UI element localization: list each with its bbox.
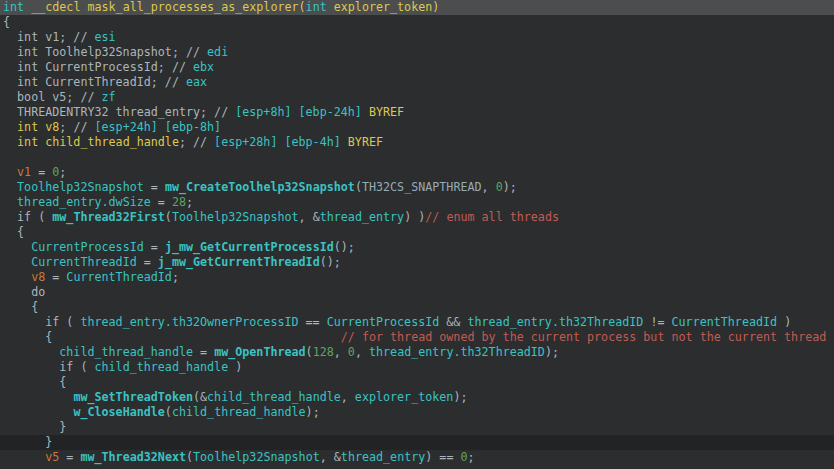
code-token: mw_Thread32First (52, 210, 165, 224)
code-line[interactable]: int Toolhelp32Snapshot; // edi (0, 45, 834, 60)
code-token: j_mw_GetCurrentThreadId (158, 255, 320, 269)
code-line[interactable]: v8 = CurrentThreadId; (0, 270, 834, 285)
code-token: j_mw_GetCurrentProcessId (165, 240, 334, 254)
code-token: int (3, 0, 31, 14)
code-token: Toolhelp32Snapshot (193, 450, 320, 464)
code-token: = (144, 240, 165, 254)
code-line[interactable]: int __cdecl mask_all_processes_as_explor… (0, 0, 834, 15)
code-token: ( (165, 405, 172, 419)
code-token: = (144, 180, 165, 194)
code-token: int CurrentThreadId; // (3, 75, 186, 89)
code-token: v5 (45, 450, 59, 464)
code-line[interactable]: int v8; // [esp+24h] [ebp-8h] (0, 120, 834, 135)
code-token: { (3, 15, 10, 29)
code-token: v8 (31, 270, 45, 284)
code-line[interactable]: if ( thread_entry.th32OwnerProcessID == … (0, 315, 834, 330)
code-token: int (306, 0, 334, 14)
code-line[interactable]: Toolhelp32Snapshot = mw_CreateToolhelp32… (0, 180, 834, 195)
code-token: int child_thread_handle (17, 135, 179, 149)
code-token: { (3, 300, 38, 314)
code-line[interactable]: bool v5; // zf (0, 90, 834, 105)
code-line[interactable]: mw_SetThreadToken(&child_thread_handle, … (0, 390, 834, 405)
code-line[interactable]: v5 = mw_Thread32Next(Toolhelp32Snapshot,… (0, 450, 834, 465)
code-token: child_thread_handle (94, 360, 228, 374)
code-token (3, 165, 17, 179)
code-token: && (439, 315, 467, 329)
code-token: ( (186, 450, 193, 464)
code-line[interactable]: v1 = 0; (0, 165, 834, 180)
code-line[interactable]: THREADENTRY32 thread_entry; // [esp+8h] … (0, 105, 834, 120)
code-token: ; // (179, 135, 214, 149)
code-line[interactable]: child_thread_handle = mw_OpenThread(128,… (0, 345, 834, 360)
code-token: ; (59, 165, 66, 179)
code-token: ); (453, 390, 467, 404)
code-line[interactable]: w_CloseHandle(child_thread_handle); (0, 405, 834, 420)
code-line[interactable]: if ( mw_Thread32First(Toolhelp32Snapshot… (0, 210, 834, 225)
code-line[interactable]: if ( child_thread_handle ) (0, 360, 834, 375)
code-token: ) (228, 360, 242, 374)
code-token: TH32CS_SNAPTHREAD (362, 180, 482, 194)
code-token: ) (777, 315, 791, 329)
code-token: (); (320, 255, 341, 269)
code-token: CurrentThreadId (672, 315, 778, 329)
code-token: v1 (17, 165, 31, 179)
code-token: ; (172, 270, 179, 284)
code-token (3, 135, 17, 149)
code-token: (); (334, 240, 355, 254)
code-token: mw_CreateToolhelp32Snapshot (165, 180, 355, 194)
code-line[interactable]: thread_entry.dwSize = 28; (0, 195, 834, 210)
code-line[interactable] (0, 150, 834, 165)
code-token: thread_entry.th32ThreadID (369, 345, 545, 359)
code-line[interactable]: { (0, 375, 834, 390)
code-token: child_thread_handle (59, 345, 193, 359)
code-token: ( (165, 210, 172, 224)
code-line[interactable]: int child_thread_handle; // [esp+28h] [e… (0, 135, 834, 150)
code-token: , (341, 390, 355, 404)
code-token: bool v5; // (3, 90, 102, 104)
code-token: THREADENTRY32 thread_entry; // (3, 105, 235, 119)
code-token: // for thread owned by the current proce… (341, 330, 827, 344)
code-token: Toolhelp32Snapshot (17, 180, 144, 194)
code-line[interactable]: CurrentProcessId = j_mw_GetCurrentProces… (0, 240, 834, 255)
code-token: CurrentProcessId (31, 240, 144, 254)
code-token: , (355, 345, 369, 359)
code-token: mw_Thread32Next (80, 450, 186, 464)
code-line[interactable]: int CurrentThreadId; // eax (0, 75, 834, 90)
code-line[interactable]: do (0, 285, 834, 300)
code-token: ); (306, 405, 320, 419)
code-token: BYREF (369, 105, 404, 119)
code-token (3, 180, 17, 194)
code-token: thread_entry.th32ThreadID (467, 315, 643, 329)
code-line[interactable]: { // for thread owned by the current pro… (0, 330, 834, 345)
code-line[interactable]: CurrentThreadId = j_mw_GetCurrentThreadI… (0, 255, 834, 270)
code-token: CurrentProcessId (327, 315, 440, 329)
code-token (3, 270, 31, 284)
code-line[interactable]: int CurrentProcessId; // ebx (0, 60, 834, 75)
code-token: [esp+28h] [ebp-4h] (214, 135, 341, 149)
code-line[interactable]: { (0, 15, 834, 30)
hexrays-pseudocode-pane[interactable]: int __cdecl mask_all_processes_as_explor… (0, 0, 834, 469)
code-token: explorer_token (355, 390, 454, 404)
code-token: child_thread_handle (207, 390, 341, 404)
code-token: 128 (313, 345, 334, 359)
code-line[interactable]: { (0, 225, 834, 240)
code-line[interactable]: int v1; // esi (0, 30, 834, 45)
code-token: != (643, 315, 671, 329)
code-token: { (3, 225, 24, 239)
code-token (3, 345, 59, 359)
code-token: CurrentThreadId (31, 255, 137, 269)
code-token (3, 450, 45, 464)
code-token (341, 135, 348, 149)
code-token (3, 120, 17, 134)
code-token: mw_SetThreadToken (73, 390, 193, 404)
code-token: 0 (348, 345, 355, 359)
code-line[interactable]: { (0, 300, 834, 315)
code-line[interactable]: } (0, 435, 834, 450)
code-token (3, 390, 73, 404)
code-line[interactable]: } (0, 420, 834, 435)
code-token: // enum all threads (425, 210, 559, 224)
code-token: child_thread_handle (172, 405, 306, 419)
code-token: BYREF (348, 135, 383, 149)
code-token: = (45, 270, 66, 284)
code-token: eax (186, 75, 207, 89)
